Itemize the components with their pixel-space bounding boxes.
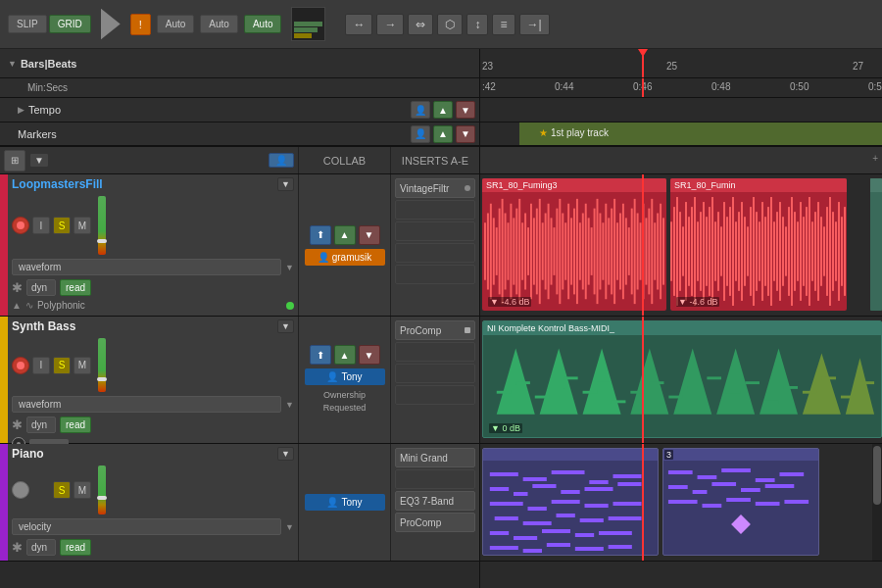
transport-btn-3[interactable]: ⇔ — [408, 14, 433, 35]
track-synthbass-insert-empty-3[interactable] — [395, 385, 475, 405]
svg-rect-173 — [528, 507, 547, 511]
track-loopmaster-rec-btn[interactable] — [12, 217, 29, 234]
track-piano-m-btn[interactable]: M — [74, 481, 91, 499]
svg-rect-120 — [838, 202, 840, 301]
tempo-up-btn[interactable]: ▲ — [433, 101, 453, 119]
auto-button-2[interactable]: Auto — [200, 15, 238, 33]
track-loopmaster-insert-empty-4[interactable] — [395, 265, 475, 284]
track-loopmaster-read-btn[interactable]: read — [60, 279, 91, 296]
transport-btn-4[interactable]: ⬡ — [437, 14, 463, 35]
track-piano-read-btn[interactable]: read — [60, 539, 91, 556]
svg-rect-116 — [826, 207, 828, 296]
track-piano-s-btn[interactable]: S — [53, 481, 71, 499]
track-synthbass-insert-empty-2[interactable] — [395, 364, 475, 383]
timeline-col-plus-icon[interactable]: + — [872, 153, 878, 164]
piano-midi-clip-1[interactable] — [482, 448, 659, 556]
track-synthbass-collab-up-btn[interactable]: ▲ — [334, 345, 356, 365]
track-piano-insert-minigrand[interactable]: Mini Grand — [395, 448, 475, 467]
v-scroll-thumb[interactable] — [873, 446, 881, 505]
track-synthbass-user-badge[interactable]: 👤 Tony — [305, 368, 385, 385]
transport-btn-2[interactable]: → — [376, 14, 404, 35]
svg-rect-31 — [573, 209, 575, 295]
track-loopmaster-i-btn[interactable]: I — [32, 217, 50, 234]
track-loopmaster-collab-share-btn[interactable]: ⬆ — [310, 225, 331, 245]
svg-rect-187 — [490, 546, 518, 550]
track-synthbass-read-btn[interactable]: read — [60, 416, 91, 433]
track-loopmaster-insert-empty-1[interactable] — [395, 200, 475, 220]
markers-person-btn[interactable]: 👤 — [411, 125, 430, 143]
v-scrollbar[interactable] — [872, 444, 882, 561]
track-synthbass-insert-procomp[interactable]: ProComp — [395, 320, 475, 340]
track-synthbass-s-btn[interactable]: S — [53, 357, 71, 374]
transport-btn-5[interactable]: ↕ — [466, 14, 488, 35]
audio-clip-sr1-1-waveform — [482, 192, 666, 311]
track-loopmaster-waveform-dropdown[interactable]: waveform — [12, 259, 281, 275]
warn-button[interactable]: ! — [130, 14, 151, 35]
col-header-grid-icon[interactable]: ⊞ — [4, 150, 25, 172]
track-piano-dyn-dropdown[interactable]: dyn — [26, 539, 56, 556]
auto-button-1[interactable]: Auto — [157, 15, 195, 33]
track-loopmaster-user-badge[interactable]: 👤 gramusik — [305, 249, 385, 266]
track-piano-name-dropdown[interactable]: ▼ — [277, 447, 294, 461]
tempo-down-btn[interactable]: ▼ — [456, 101, 475, 119]
ruler-tempo — [480, 98, 882, 122]
track-piano-velocity-dropdown[interactable]: velocity — [12, 518, 281, 535]
track-loopmaster-m-btn[interactable]: M — [74, 217, 91, 234]
svg-rect-117 — [829, 197, 831, 306]
audio-clip-sr1-1[interactable]: SR1_80_Fuming3 — [482, 178, 666, 311]
svg-rect-63 — [670, 221, 672, 281]
markers-up-btn[interactable]: ▲ — [433, 125, 453, 143]
markers-down-btn[interactable]: ▼ — [456, 125, 475, 143]
svg-rect-33 — [579, 222, 581, 280]
svg-rect-78 — [714, 221, 716, 281]
track-piano-insert-eq3[interactable]: EQ3 7-Band — [395, 491, 475, 511]
audio-clip-sr1-2-db: ▼ -4.6 dB — [676, 297, 719, 307]
tempo-person-btn[interactable]: 👤 — [411, 101, 430, 119]
midi-clip-komplete[interactable]: NI Komplete Kontrol Bass-MIDI_ — [482, 320, 882, 438]
track-synthbass-collab-down-btn[interactable]: ▼ — [359, 345, 380, 365]
track-synthbass-rec-btn[interactable] — [12, 357, 29, 374]
track-synthbass-fader[interactable] — [98, 338, 106, 392]
track-synthbass-m-btn[interactable]: M — [74, 357, 91, 374]
track-loopmaster-dyn-dropdown[interactable]: dyn — [26, 279, 56, 296]
track-piano-insert-procomp[interactable]: ProComp — [395, 513, 475, 532]
transport-btn-1[interactable]: ↔ — [345, 14, 372, 35]
track-loopmaster-fader[interactable] — [98, 196, 106, 255]
col-header-person-icon[interactable]: 👤 — [269, 153, 294, 168]
svg-rect-53 — [637, 214, 639, 290]
track-loopmaster-s-btn[interactable]: S — [53, 217, 71, 234]
svg-rect-66 — [679, 212, 681, 291]
track-synthbass-name-dropdown[interactable]: ▼ — [277, 319, 294, 333]
grid-button[interactable]: GRID — [49, 15, 91, 33]
svg-rect-102 — [785, 226, 787, 275]
auto-button-3[interactable]: Auto — [244, 15, 282, 33]
track-loopmaster-collab-down-btn[interactable]: ▼ — [359, 225, 380, 245]
track-loopmaster-collab-up-btn[interactable]: ▲ — [334, 225, 356, 245]
svg-rect-48 — [622, 204, 624, 300]
track-synthbass-collab-share-btn[interactable]: ⬆ — [310, 345, 331, 365]
track-loopmaster-insert-empty-2[interactable] — [395, 221, 475, 241]
audio-clip-sr1-2[interactable]: SR1_80_Fumin — [670, 178, 847, 311]
audio-clip-sr1-3-partial[interactable] — [870, 178, 882, 311]
track-loopmaster-insert-vintage[interactable]: VintageFiltr — [395, 178, 475, 198]
track-synthbass-waveform-dropdown[interactable]: waveform — [12, 396, 281, 413]
svg-rect-196 — [780, 472, 805, 476]
col-header-view-dropdown[interactable]: ▼ — [29, 153, 49, 168]
track-piano-fader[interactable] — [98, 466, 106, 514]
track-synthbass-insert-empty-1[interactable] — [395, 342, 475, 362]
right-panel: 23 25 27 :42 0:44 0:46 0:48 0:50 0:52 — [480, 49, 882, 588]
svg-rect-1 — [487, 214, 489, 290]
svg-rect-39 — [597, 199, 599, 304]
piano-midi-clip-2[interactable] — [662, 448, 819, 556]
track-loopmaster-insert-empty-3[interactable] — [395, 243, 475, 263]
track-piano-user-badge[interactable]: 👤 Tony — [305, 494, 385, 511]
svg-rect-36 — [588, 218, 590, 284]
slip-button[interactable]: SLIP — [8, 15, 47, 33]
track-loopmaster-name-dropdown[interactable]: ▼ — [277, 177, 294, 191]
transport-btn-6[interactable]: ≡ — [492, 14, 514, 35]
transport-btn-7[interactable]: →| — [519, 14, 550, 35]
track-synthbass-i-btn[interactable]: I — [32, 357, 50, 374]
svg-rect-191 — [609, 545, 632, 549]
track-synthbass-dyn-dropdown[interactable]: dyn — [26, 416, 56, 433]
track-piano-insert-empty-slot[interactable] — [395, 469, 475, 489]
